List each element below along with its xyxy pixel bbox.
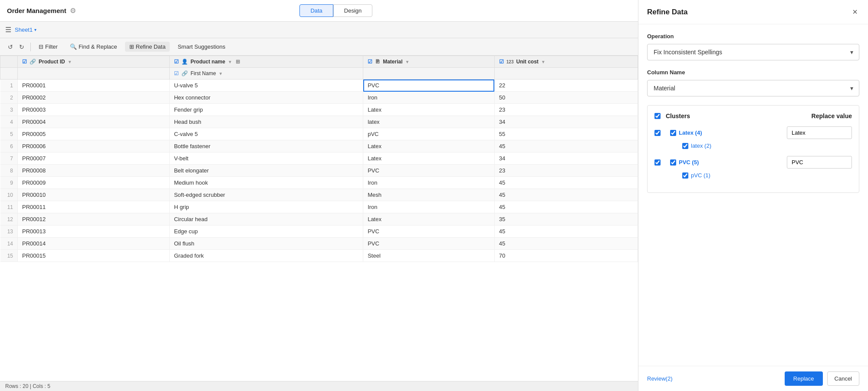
cell-unit-cost: 45: [494, 201, 638, 213]
app-title: Order Management: [7, 7, 66, 14]
find-replace-button[interactable]: 🔍 Find & Replace: [66, 42, 122, 52]
cell-unit-cost: 23: [494, 165, 638, 177]
sheet-name: Sheet1: [15, 27, 33, 33]
column-select[interactable]: Material: [647, 80, 859, 96]
sheet-tab[interactable]: Sheet1 ▾: [15, 27, 36, 33]
sort-icon-product-id[interactable]: ▼: [68, 60, 72, 64]
table-row[interactable]: 8PR00008Belt elongaterPVC23: [0, 165, 638, 177]
cluster1-sub-checkbox[interactable]: [682, 143, 688, 149]
checkbox-product-id[interactable]: ☑: [22, 59, 27, 65]
cell-unit-cost: 45: [494, 238, 638, 250]
cell-rownum: 9: [0, 177, 18, 189]
tab-design[interactable]: Design: [333, 4, 372, 17]
review-link[interactable]: Review(2): [647, 375, 673, 382]
cell-material[interactable]: PVC: [363, 238, 495, 250]
cell-unit-cost: 35: [494, 213, 638, 225]
table-row[interactable]: 6PR00006Bottle fastenerLatex45: [0, 140, 638, 152]
table-row[interactable]: 3PR00003Fender gripLatex23: [0, 104, 638, 116]
cell-material[interactable]: Iron: [363, 92, 495, 104]
table-row[interactable]: 7PR00007V-beltLatex34: [0, 152, 638, 165]
cell-material[interactable]: Mesh: [363, 189, 495, 201]
cell-product-name: U-valve 5: [169, 80, 363, 92]
cluster1-replace-input[interactable]: [787, 126, 852, 139]
toolbar: ↺ ↻ ⊟ Filter 🔍 Find & Replace ⊞ Refine D…: [0, 38, 638, 56]
cell-material[interactable]: Iron: [363, 177, 495, 189]
cell-product-name: Soft-edged scrubber: [169, 189, 363, 201]
cell-product-name: Hex connector: [169, 92, 363, 104]
cluster1-main-checkbox[interactable]: [654, 130, 661, 136]
checkbox-product-name[interactable]: ☑: [174, 59, 179, 65]
cell-material[interactable]: Latex: [363, 140, 495, 152]
cell-rownum: 5: [0, 128, 18, 140]
cluster2-replace-input[interactable]: [787, 156, 852, 169]
refine-icon: ⊞: [129, 43, 134, 50]
cell-material[interactable]: pVC: [363, 128, 495, 140]
cluster2-pvc-checkbox[interactable]: [670, 159, 676, 166]
cancel-button[interactable]: Cancel: [827, 371, 859, 386]
cell-rownum: 14: [0, 238, 18, 250]
checkbox-material[interactable]: ☑: [368, 59, 372, 65]
cell-material[interactable]: Steel: [363, 250, 495, 262]
sort-icon-material[interactable]: ▼: [405, 60, 410, 64]
sort-icon-product-name[interactable]: ▼: [228, 60, 232, 64]
gear-icon[interactable]: ⚙: [70, 7, 76, 15]
table-row[interactable]: 2PR00002Hex connectorIron50: [0, 92, 638, 104]
cell-material[interactable]: PVC: [363, 225, 495, 238]
cell-material[interactable]: Latex: [363, 152, 495, 165]
table-row[interactable]: 5PR00005C-valve 5pVC55: [0, 128, 638, 140]
table-row[interactable]: 13PR00013Edge cupPVC45: [0, 225, 638, 238]
operation-select[interactable]: Fix Inconsistent Spellings: [647, 44, 859, 60]
cell-product-name: Oil flush: [169, 238, 363, 250]
table-row[interactable]: 1PR00001U-valve 5PVC22: [0, 80, 638, 92]
cell-product-id: PR00001: [18, 80, 170, 92]
table-row[interactable]: 11PR00011H gripIron45: [0, 201, 638, 213]
cell-material[interactable]: latex: [363, 116, 495, 128]
smart-suggestions-button[interactable]: Smart Suggestions: [173, 42, 230, 52]
checkbox-unit-cost[interactable]: ☑: [499, 59, 504, 65]
checkbox-first-name[interactable]: ☑: [174, 70, 179, 76]
cell-product-name: Belt elongater: [169, 165, 363, 177]
table-row[interactable]: 14PR00014Oil flushPVC45: [0, 238, 638, 250]
refine-data-button[interactable]: ⊞ Refine Data: [125, 42, 170, 52]
sub-header-material: [363, 68, 495, 80]
hamburger-icon[interactable]: ☰: [5, 26, 11, 34]
cluster1-latex-checkbox[interactable]: [670, 130, 676, 136]
cell-rownum: 1: [0, 80, 18, 92]
tab-data[interactable]: Data: [299, 4, 333, 17]
cell-rownum: 2: [0, 92, 18, 104]
sort-icon-unit-cost[interactable]: ▼: [541, 60, 546, 64]
sub-header-unit-cost: [494, 68, 638, 80]
cluster2-sub-checkbox[interactable]: [682, 172, 688, 179]
table-row[interactable]: 4PR00004Head bushlatex34: [0, 116, 638, 128]
table-row[interactable]: 15PR00015Graded forkSteel70: [0, 250, 638, 262]
replace-button[interactable]: Replace: [785, 371, 823, 386]
col-header-product-name: ☑ 👤 Product name ▼ ⊞: [169, 56, 363, 68]
cluster1-name: Latex (4): [679, 129, 702, 136]
sheet-bar: ☰ Sheet1 ▾: [0, 22, 638, 38]
operation-dropdown-wrapper: Fix Inconsistent Spellings: [647, 44, 859, 60]
table-row[interactable]: 9PR00009Medium hookIron45: [0, 177, 638, 189]
cell-material[interactable]: Latex: [363, 104, 495, 116]
user-icon: 👤: [181, 59, 188, 65]
table-row[interactable]: 10PR00010Soft-edged scrubberMesh45: [0, 189, 638, 201]
sub-header-product-id: [18, 68, 170, 80]
cell-product-name: Bottle fastener: [169, 140, 363, 152]
sort-icon-first-name[interactable]: ▼: [219, 71, 223, 76]
undo-button[interactable]: ↺: [5, 42, 16, 52]
close-button[interactable]: ×: [851, 7, 859, 17]
cell-material[interactable]: Iron: [363, 201, 495, 213]
col-header-rownum: [0, 56, 18, 68]
cell-material[interactable]: PVC: [363, 165, 495, 177]
cell-unit-cost: 45: [494, 177, 638, 189]
cell-product-id: PR00004: [18, 116, 170, 128]
cell-product-name: C-valve 5: [169, 128, 363, 140]
filter-button[interactable]: ⊟ Filter: [34, 42, 62, 52]
table-icon: ⊞: [236, 59, 240, 65]
panel-title: Refine Data: [647, 8, 688, 17]
table-row[interactable]: 12PR00012Circular headLatex35: [0, 213, 638, 225]
redo-button[interactable]: ↻: [16, 42, 27, 52]
cluster2-main-checkbox[interactable]: [654, 159, 661, 166]
cell-material[interactable]: PVC: [363, 80, 495, 92]
cell-material[interactable]: Latex: [363, 213, 495, 225]
clusters-all-checkbox[interactable]: [654, 113, 661, 119]
